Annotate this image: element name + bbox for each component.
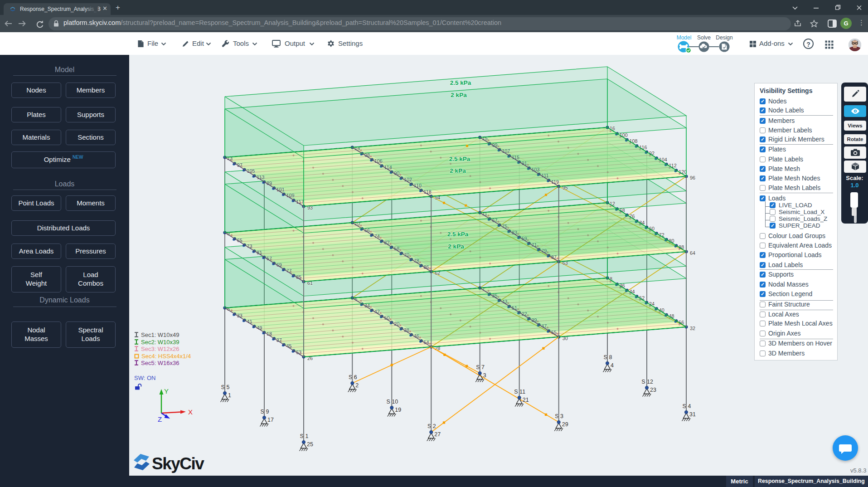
svg-text:S 2: S 2 (427, 423, 436, 429)
svg-text:Y: Y (164, 387, 169, 395)
svg-text:S 6: S 6 (349, 374, 357, 380)
svg-text:S 8: S 8 (604, 354, 612, 360)
svg-text:2 kPa: 2 kPa (451, 92, 467, 98)
svg-text:S 7: S 7 (476, 364, 485, 370)
svg-text:27: 27 (434, 431, 441, 438)
svg-text:2: 2 (355, 382, 359, 389)
svg-text:S 3: S 3 (555, 413, 563, 419)
svg-text:S 4: S 4 (683, 403, 691, 409)
svg-text:25: 25 (307, 441, 313, 448)
svg-text:64: 64 (690, 250, 695, 256)
svg-text:19: 19 (395, 407, 401, 413)
svg-text:2.5 kPa: 2.5 kPa (449, 156, 470, 162)
svg-text:17: 17 (267, 417, 274, 423)
svg-text:S 5: S 5 (221, 384, 230, 390)
svg-text:96: 96 (690, 175, 695, 180)
svg-text:2 kPa: 2 kPa (448, 243, 464, 250)
svg-text:Z: Z (158, 415, 162, 423)
svg-text:2.5 kPa: 2.5 kPa (447, 231, 469, 238)
svg-text:2 kPa: 2 kPa (450, 167, 466, 174)
svg-text:29: 29 (562, 421, 568, 428)
svg-text:S 1: S 1 (300, 433, 309, 439)
svg-text:S 11: S 11 (514, 389, 525, 395)
svg-text:23: 23 (650, 387, 656, 393)
svg-text:4: 4 (611, 362, 614, 369)
svg-text:X: X (188, 408, 193, 416)
svg-text:31: 31 (689, 411, 696, 418)
svg-text:1: 1 (228, 392, 231, 399)
svg-text:SkyCiv: SkyCiv (152, 454, 204, 473)
svg-text:3: 3 (483, 372, 486, 379)
svg-text:2.5 kPa: 2.5 kPa (450, 79, 471, 86)
svg-text:S 12: S 12 (641, 379, 653, 385)
svg-text:21: 21 (523, 397, 529, 403)
svg-text:120: 120 (679, 169, 687, 175)
svg-text:32: 32 (690, 326, 695, 331)
svg-text:S 10: S 10 (386, 399, 398, 405)
svg-text:S 9: S 9 (261, 409, 269, 415)
